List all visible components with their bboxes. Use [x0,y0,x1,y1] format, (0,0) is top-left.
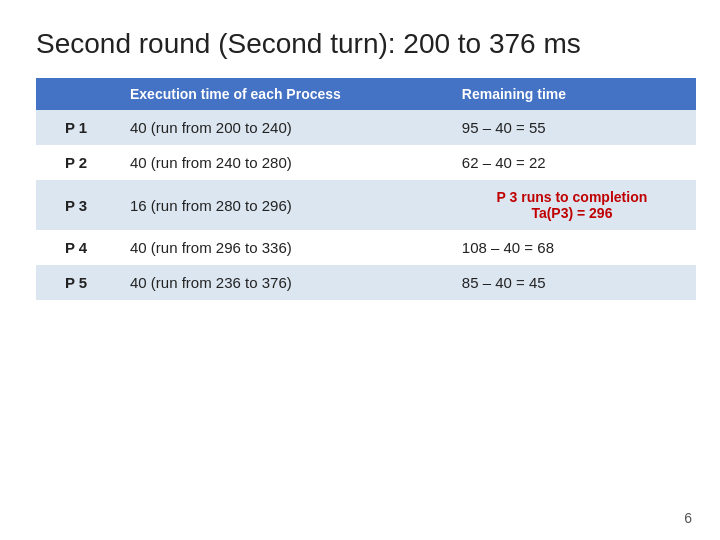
table-row: P 316 (run from 280 to 296)P 3 runs to c… [36,180,696,230]
row-execution: 40 (run from 236 to 376) [116,265,448,300]
row-execution: 16 (run from 280 to 296) [116,180,448,230]
row-remaining: P 3 runs to completionTa(P3) = 296 [448,180,696,230]
table-row: P 540 (run from 236 to 376)85 – 40 = 45 [36,265,696,300]
row-execution: 40 (run from 200 to 240) [116,110,448,145]
table-container: Execution time of each Process Remaining… [0,78,720,300]
table-row: P 140 (run from 200 to 240)95 – 40 = 55 [36,110,696,145]
row-label: P 1 [36,110,116,145]
row-execution: 40 (run from 240 to 280) [116,145,448,180]
table-row: P 240 (run from 240 to 280)62 – 40 = 22 [36,145,696,180]
row-remaining: 95 – 40 = 55 [448,110,696,145]
row-remaining: 85 – 40 = 45 [448,265,696,300]
row-label: P 5 [36,265,116,300]
page-number: 6 [684,510,692,526]
row-label: P 4 [36,230,116,265]
row-label: P 2 [36,145,116,180]
row-label: P 3 [36,180,116,230]
row-remaining: 62 – 40 = 22 [448,145,696,180]
header-remaining: Remaining time [448,78,696,110]
table-row: P 440 (run from 296 to 336)108 – 40 = 68 [36,230,696,265]
row-remaining: 108 – 40 = 68 [448,230,696,265]
page-title: Second round (Second turn): 200 to 376 m… [0,0,720,78]
process-table: Execution time of each Process Remaining… [36,78,696,300]
header-execution: Execution time of each Process [116,78,448,110]
header-label [36,78,116,110]
row-execution: 40 (run from 296 to 336) [116,230,448,265]
